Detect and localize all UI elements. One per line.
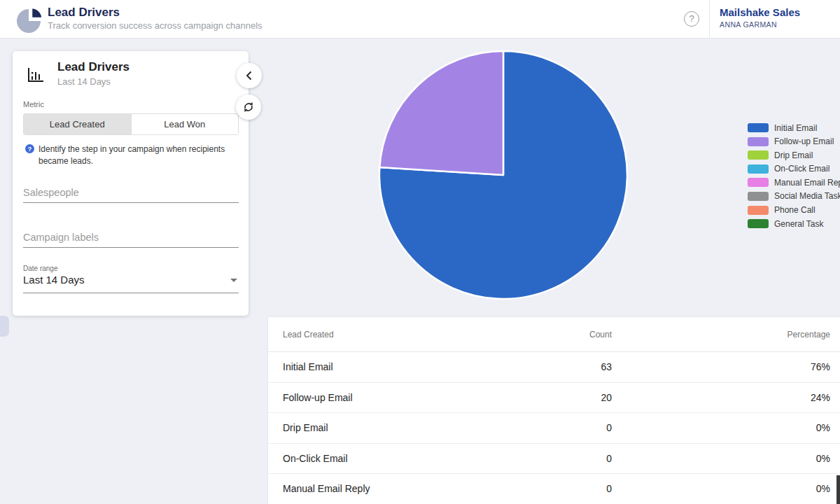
salespeople-placeholder: Salespeople	[23, 187, 79, 198]
drawer-handle[interactable]	[0, 316, 9, 337]
date-range-select[interactable]: Date range Last 14 Days	[23, 265, 239, 293]
legend-swatch-icon	[748, 123, 769, 132]
legend-swatch-icon	[748, 137, 769, 146]
account-user: ANNA GARMAN	[720, 20, 800, 29]
results-table: Lead Created Count Percentage Initial Em…	[268, 317, 840, 504]
toggle-lead-won[interactable]: Lead Won	[131, 114, 239, 134]
table-row: Manual Email Reply00%	[268, 474, 840, 504]
cell-percentage: 0%	[612, 422, 840, 433]
legend-swatch-icon	[748, 206, 769, 215]
legend-item: Manual Email Reply	[748, 178, 840, 187]
chevron-down-icon	[230, 279, 237, 282]
column-header-percentage: Percentage	[612, 330, 840, 340]
page-subtitle: Track conversion success across campaign…	[48, 20, 262, 31]
campaign-labels-placeholder: Campaign labels	[23, 232, 99, 243]
cell-percentage: 0%	[612, 483, 840, 494]
refresh-icon	[241, 100, 255, 114]
cell-lead-created: Initial Email	[268, 361, 493, 372]
legend-label: Manual Email Reply	[774, 178, 840, 188]
table-row: Follow-up Email2024%	[268, 383, 840, 414]
legend-item: On-Click Email	[748, 164, 840, 174]
legend-swatch-icon	[748, 150, 769, 160]
column-header-count: Count	[493, 330, 612, 340]
legend-item: Social Media Task	[748, 192, 840, 201]
legend-item: Phone Call	[748, 206, 840, 215]
column-header-lead-created: Lead Created	[268, 330, 493, 340]
cell-count: 0	[493, 422, 612, 433]
table-header-row: Lead Created Count Percentage	[268, 317, 840, 352]
chevron-left-icon	[243, 69, 255, 82]
metric-label: Metric	[23, 100, 44, 108]
cell-count: 0	[493, 453, 612, 464]
pie-chart[interactable]	[377, 49, 629, 301]
metric-info: ? Identify the step in your campaign whe…	[25, 144, 235, 167]
help-icon[interactable]: ?	[684, 11, 699, 27]
legend-label: Social Media Task	[774, 191, 840, 201]
metric-info-text: Identify the step in your campaign when …	[38, 144, 235, 167]
legend-label: On-Click Email	[774, 164, 830, 174]
legend-label: General Task	[774, 219, 823, 229]
cell-lead-created: On-Click Email	[268, 453, 493, 464]
toggle-lead-created[interactable]: Lead Created	[24, 114, 131, 134]
refresh-button[interactable]	[236, 94, 261, 120]
chart-legend: Initial EmailFollow-up EmailDrip EmailOn…	[748, 123, 840, 233]
date-range-value: Last 14 Days	[23, 274, 85, 286]
filters-panel: Lead Drivers Last 14 Days Metric Lead Cr…	[13, 51, 248, 316]
account-menu[interactable]: Mailshake Sales ANNA GARMAN	[720, 6, 800, 29]
collapse-panel-button[interactable]	[237, 63, 262, 88]
scrollbar-thumb[interactable]	[836, 475, 840, 504]
cell-count: 20	[493, 392, 612, 403]
header-divider	[709, 0, 710, 38]
cell-percentage: 24%	[612, 392, 840, 403]
legend-swatch-icon	[748, 192, 769, 201]
date-range-label: Date range	[23, 265, 57, 272]
table-row: Drip Email00%	[268, 413, 840, 444]
legend-label: Follow-up Email	[774, 136, 834, 146]
table-row: On-Click Email00%	[268, 444, 840, 475]
widget-title: Lead Drivers	[57, 60, 130, 74]
cell-count: 63	[493, 361, 612, 372]
page-title: Lead Drivers	[48, 6, 120, 20]
cell-lead-created: Follow-up Email	[268, 392, 493, 403]
legend-swatch-icon	[748, 219, 769, 228]
campaign-labels-input[interactable]: Campaign labels	[23, 229, 239, 248]
lead-drivers-dashboard: Lead Drivers Track conversion success ac…	[0, 0, 840, 504]
widget-subtitle: Last 14 Days	[57, 76, 111, 87]
legend-swatch-icon	[748, 164, 769, 174]
legend-item: Follow-up Email	[748, 137, 840, 146]
cell-lead-created: Manual Email Reply	[268, 483, 493, 494]
legend-item: General Task	[748, 219, 840, 228]
legend-label: Drip Email	[774, 150, 813, 160]
pie-logo-icon	[15, 5, 45, 34]
legend-swatch-icon	[748, 178, 769, 187]
info-help-icon: ?	[25, 144, 34, 153]
account-name: Mailshake Sales	[720, 6, 800, 18]
legend-label: Phone Call	[774, 205, 816, 215]
pie-slice[interactable]	[379, 51, 503, 175]
table-body: Initial Email6376%Follow-up Email2024%Dr…	[268, 352, 840, 504]
metric-toggle: Lead Created Lead Won	[23, 113, 239, 135]
bar-chart-icon	[27, 66, 46, 85]
legend-item: Initial Email	[748, 123, 840, 132]
legend-label: Initial Email	[774, 123, 817, 133]
table-row: Initial Email6376%	[268, 352, 840, 383]
app-header: Lead Drivers Track conversion success ac…	[0, 0, 840, 38]
salespeople-input[interactable]: Salespeople	[23, 184, 239, 203]
cell-percentage: 0%	[612, 453, 840, 464]
cell-count: 0	[493, 483, 612, 494]
cell-percentage: 76%	[612, 361, 840, 372]
legend-item: Drip Email	[748, 150, 840, 160]
cell-lead-created: Drip Email	[268, 422, 493, 433]
